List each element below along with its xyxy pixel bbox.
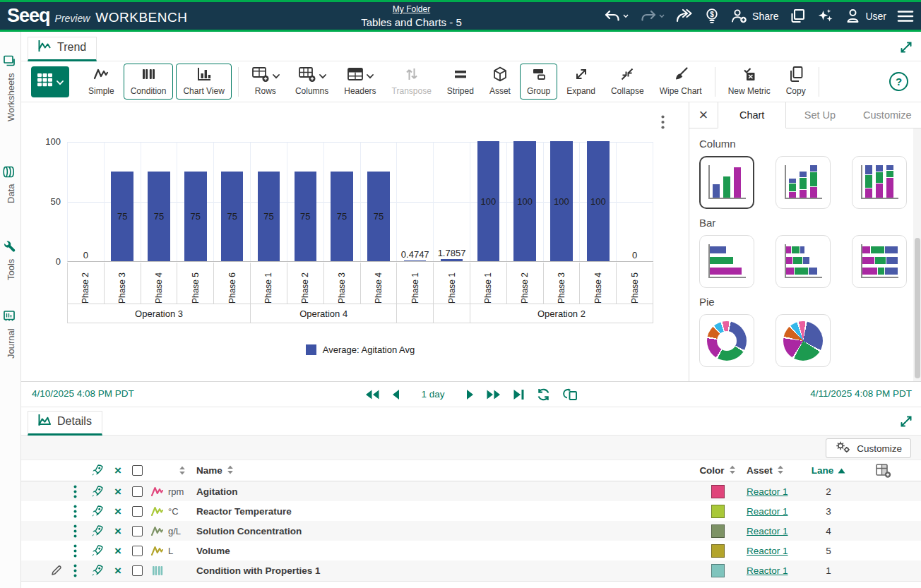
tab-trend[interactable]: Trend	[28, 37, 97, 61]
row-rocket-icon[interactable]	[90, 544, 104, 558]
chart-menu-kebab[interactable]	[661, 115, 665, 132]
group-button[interactable]: Group	[520, 64, 557, 100]
step-to-end-icon[interactable]	[513, 389, 525, 400]
tab-details[interactable]: Details	[28, 411, 102, 436]
row-checkbox[interactable]	[132, 486, 143, 497]
row-remove-icon[interactable]: ×	[114, 545, 121, 557]
step-forward-double-icon[interactable]	[487, 389, 501, 400]
striped-button[interactable]: Striped	[441, 64, 480, 99]
row-rocket-icon[interactable]	[90, 564, 104, 577]
row-color-swatch[interactable]	[711, 524, 725, 538]
panel-tab-chart[interactable]: Chart	[718, 102, 786, 128]
customize-button[interactable]: Customize	[826, 438, 911, 458]
panel-tab-customize[interactable]: Customize	[854, 102, 921, 128]
sidebar-item-journal[interactable]: Journal	[3, 309, 18, 359]
header-remove-icon[interactable]: ×	[114, 464, 121, 476]
columns-button[interactable]: Columns	[289, 64, 335, 99]
collapse-button[interactable]: Collapse	[605, 64, 650, 99]
new-metric-button[interactable]: New Metric	[722, 64, 777, 99]
row-color-swatch[interactable]	[711, 505, 725, 518]
column-header-name[interactable]: Name	[196, 465, 222, 476]
row-checkbox[interactable]	[132, 546, 143, 556]
range-end[interactable]: 4/11/2025 4:08 PM PDT	[810, 388, 912, 399]
expand-details-panel-icon[interactable]	[899, 414, 913, 431]
add-column-icon[interactable]	[875, 463, 892, 478]
step-back-icon[interactable]	[391, 389, 400, 400]
table-type-button[interactable]	[31, 66, 69, 97]
row-remove-icon[interactable]: ×	[114, 525, 121, 537]
user-menu-button[interactable]: User	[845, 8, 886, 24]
sort-lane-asc-icon[interactable]	[838, 465, 845, 476]
row-kebab-icon[interactable]	[73, 505, 77, 518]
row-asset-link[interactable]: Reactor 1	[739, 506, 788, 517]
transpose-button[interactable]: Transpose	[386, 64, 438, 99]
select-all-checkbox[interactable]	[132, 465, 143, 476]
undo-button[interactable]	[603, 8, 629, 24]
hamburger-menu-icon[interactable]	[897, 9, 914, 23]
sidebar-item-tools[interactable]: Tools	[3, 240, 19, 280]
row-remove-icon[interactable]: ×	[114, 565, 121, 577]
panel-tab-set-up[interactable]: Set Up	[786, 102, 853, 128]
column-header-color[interactable]: Color	[699, 465, 724, 476]
refresh-icon[interactable]	[537, 388, 551, 401]
asset-button[interactable]: Asset	[483, 64, 517, 99]
redo-all-button[interactable]	[675, 8, 694, 24]
bar-stacked-thumb[interactable]	[776, 235, 831, 288]
bar[interactable]	[404, 260, 427, 261]
row-color-swatch[interactable]	[711, 485, 725, 498]
bar-simple-thumb[interactable]	[699, 235, 754, 288]
row-asset-link[interactable]: Reactor 1	[739, 546, 788, 556]
row-rocket-icon[interactable]	[90, 485, 104, 498]
row-checkbox[interactable]	[132, 526, 143, 536]
row-color-swatch[interactable]	[711, 544, 725, 558]
redo-button[interactable]	[639, 8, 665, 24]
panel-scrollbar[interactable]	[913, 128, 921, 381]
row-rocket-icon[interactable]	[90, 524, 104, 538]
row-rocket-icon[interactable]	[90, 505, 104, 518]
bar-stacked-100-thumb[interactable]	[852, 235, 907, 288]
sidebar-item-data[interactable]: Data	[3, 165, 18, 203]
row-kebab-icon[interactable]	[73, 485, 77, 498]
row-remove-icon[interactable]: ×	[114, 486, 121, 498]
row-asset-link[interactable]: Reactor 1	[739, 526, 788, 536]
row-color-swatch[interactable]	[711, 564, 725, 577]
sort-color-icon[interactable]	[729, 465, 736, 476]
wipe-chart-button[interactable]: Wipe Chart	[653, 64, 708, 99]
copy-button[interactable]: Copy	[780, 64, 812, 99]
step-back-double-icon[interactable]	[364, 389, 379, 400]
pie-donut-thumb[interactable]	[699, 314, 754, 367]
pie-solid-thumb[interactable]	[776, 314, 831, 367]
sort-asset-icon[interactable]	[777, 465, 784, 476]
column-header-asset[interactable]: Asset	[747, 465, 773, 476]
copy-time-range-icon[interactable]	[563, 388, 578, 401]
share-button[interactable]: Share	[730, 8, 778, 24]
edit-pencil-icon[interactable]	[51, 564, 63, 578]
expand-button[interactable]: Expand	[560, 64, 602, 99]
headers-button[interactable]: Headers	[338, 64, 382, 99]
panel-scrollbar-thumb[interactable]	[915, 238, 920, 378]
chart-view-button[interactable]: Chart View	[176, 64, 231, 100]
help-button[interactable]: ?	[889, 72, 908, 91]
ai-sparkles-icon[interactable]	[816, 8, 834, 25]
close-panel-icon[interactable]: ×	[689, 102, 718, 128]
insights-lightbulb-icon[interactable]: $	[704, 8, 720, 24]
row-kebab-icon[interactable]	[73, 524, 77, 538]
row-checkbox[interactable]	[132, 565, 143, 576]
header-sort-unit[interactable]	[179, 466, 186, 475]
column-stacked-100-thumb[interactable]	[852, 156, 907, 209]
range-start[interactable]: 4/10/2025 4:08 PM PDT	[32, 388, 134, 399]
row-kebab-icon[interactable]	[73, 544, 77, 558]
range-duration[interactable]: 1 day	[412, 389, 453, 400]
row-asset-link[interactable]: Reactor 1	[739, 565, 788, 576]
expand-trend-panel-icon[interactable]	[899, 40, 913, 57]
column-stacked-thumb[interactable]	[776, 156, 831, 209]
row-remove-icon[interactable]: ×	[114, 505, 121, 517]
sidebar-item-worksheets[interactable]: Worksheets	[3, 54, 18, 121]
worksheets-thumbnails-button[interactable]	[789, 8, 806, 24]
row-checkbox[interactable]	[132, 506, 143, 517]
column-simple-thumb[interactable]	[699, 156, 754, 209]
row-kebab-icon[interactable]	[73, 564, 77, 577]
column-header-lane[interactable]: Lane	[812, 465, 834, 476]
rows-button[interactable]: Rows	[245, 64, 286, 99]
sort-name-icon[interactable]	[227, 465, 234, 476]
